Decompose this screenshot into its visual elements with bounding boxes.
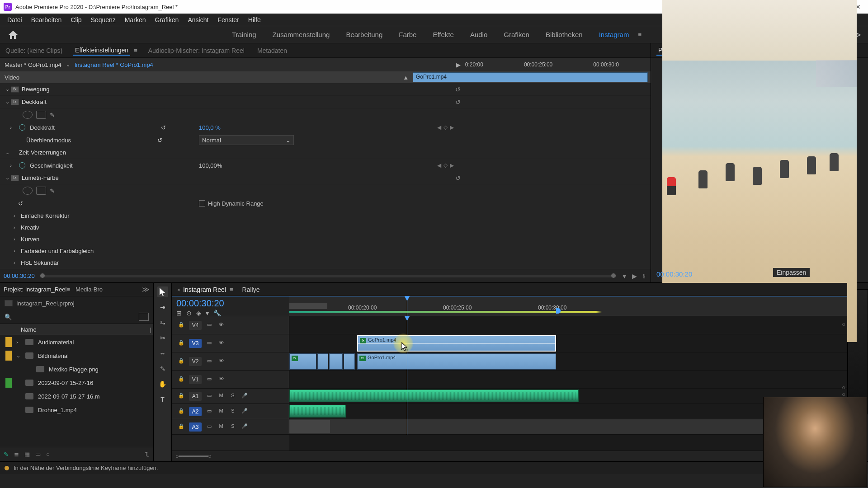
list-item[interactable]: 2022-09-07 15-27-16.m — [0, 389, 153, 403]
pen-icon[interactable]: ✎ — [4, 451, 9, 458]
timeline-tab-rallye[interactable]: Rallye — [241, 285, 261, 295]
reset-icon[interactable]: ↺ — [455, 174, 461, 182]
program-viewport[interactable]: 00:00:30:20 Einpassen — [651, 58, 868, 282]
panel-menu-icon[interactable]: ≡ — [230, 286, 233, 293]
type-tool[interactable]: T — [157, 394, 168, 405]
audio-clip-a3[interactable] — [289, 420, 330, 433]
reset-icon[interactable]: ↺ — [161, 124, 166, 131]
reset-icon[interactable]: ↺ — [157, 137, 162, 144]
lumetri-sub[interactable]: ›Farbräder und Farbabgleich — [0, 245, 651, 257]
lumetri-sub[interactable]: ›Kurven — [0, 233, 651, 245]
tab-quelle[interactable]: Quelle: (keine Clips) — [4, 46, 64, 55]
menu-marken[interactable]: Marken — [120, 14, 151, 25]
razor-tool[interactable]: ✂ — [157, 333, 168, 343]
track-v3[interactable]: 🔒V3▭👁 — [172, 334, 289, 352]
workspace-instagram[interactable]: Instagram — [597, 28, 631, 41]
sequence-clip-label[interactable]: Instagram Reel * GoPro1.mp4 — [75, 61, 153, 68]
lumetri-sub[interactable]: ›Kreativ — [0, 221, 651, 233]
pen-tool[interactable]: ✎ — [157, 363, 168, 374]
panel-menu-icon[interactable]: ≡ — [66, 286, 70, 293]
home-icon[interactable] — [5, 26, 22, 43]
opacity-value[interactable]: 100,0 % — [199, 124, 221, 131]
filter-icon[interactable]: ▼ — [621, 272, 627, 280]
settings-icon[interactable]: ▾ — [206, 310, 209, 317]
workspace-training[interactable]: Training — [230, 28, 258, 41]
zoom-scrubber[interactable]: ○━━━━━━━━○ — [175, 453, 212, 460]
search-icon[interactable]: 🔍 — [5, 314, 12, 320]
workspace-menu-icon[interactable]: ≡ — [638, 31, 642, 38]
track-a2[interactable]: 🔒A2▭MS🎤 — [172, 404, 289, 419]
timeline-tab-instagram[interactable]: ×Instagram Reel — [176, 285, 227, 295]
effect-bewegung[interactable]: ⌄fx Bewegung ↺ — [0, 83, 651, 96]
menu-datei[interactable]: Datei — [3, 14, 27, 25]
track-a1[interactable]: 🔒A1▭MS🎤 — [172, 389, 289, 404]
speed-value[interactable]: 100,00% — [199, 162, 222, 169]
project-tab[interactable]: Projekt: Instagram_Reel — [4, 286, 66, 293]
ellipse-mask-icon[interactable] — [23, 187, 33, 195]
reset-icon[interactable]: ↺ — [18, 200, 23, 207]
clip-v2-a[interactable]: fx — [289, 353, 316, 370]
effect-lumetri[interactable]: ⌄fx Lumetri-Farbe ↺ — [0, 172, 651, 184]
ellipse-mask-icon[interactable] — [23, 111, 33, 119]
lumetri-sub[interactable]: ›Einfache Korrektur — [0, 210, 651, 221]
wrench-icon[interactable]: 🔧 — [213, 310, 221, 317]
marker-icon[interactable]: ◈ — [196, 310, 201, 317]
lumetri-sub[interactable]: ›HSL Sekundär — [0, 257, 651, 268]
program-zoom-select[interactable]: Einpassen — [773, 268, 810, 277]
workspace-effekte[interactable]: Effekte — [431, 28, 455, 41]
sort-icon[interactable]: ⇅ — [145, 451, 150, 458]
workspace-grafiken[interactable]: Grafiken — [502, 28, 531, 41]
play-only-icon[interactable]: ▶ — [632, 272, 637, 280]
menu-clip[interactable]: Clip — [66, 14, 86, 25]
clip-dropdown-icon[interactable]: ⌄ — [66, 62, 70, 68]
rect-mask-icon[interactable] — [36, 111, 46, 119]
track-a3[interactable]: 🔒A3▭MS🎤 — [172, 419, 289, 435]
menu-ansicht[interactable]: Ansicht — [183, 14, 213, 25]
effect-zeit[interactable]: ⌄ Zeit-Verzerrungen — [0, 146, 651, 159]
list-item[interactable]: ⌄ Bildmaterial — [0, 349, 153, 362]
clip-v3-gopro1[interactable]: fxGoPro1.mp4 — [357, 335, 556, 352]
workspace-farbe[interactable]: Farbe — [397, 28, 418, 41]
track-v1[interactable]: 🔒V1▭👁 — [172, 371, 289, 389]
stopwatch-icon[interactable] — [19, 162, 25, 169]
reset-icon[interactable]: ↺ — [455, 99, 461, 106]
menu-bearbeiten[interactable]: Bearbeiten — [27, 14, 66, 25]
track-v4[interactable]: 🔒V4▭👁 — [172, 316, 289, 334]
column-name[interactable]: Name — [21, 326, 37, 333]
rect-mask-icon[interactable] — [36, 187, 46, 195]
media-browser-tab[interactable]: Media-Bro — [75, 286, 103, 293]
workspace-zusammenstellung[interactable]: Zusammenstellung — [271, 28, 332, 41]
clip-v2-c[interactable] — [329, 353, 343, 370]
tab-effekteinstellungen[interactable]: Effekteinstellungen — [73, 46, 130, 56]
hdr-checkbox[interactable] — [199, 200, 205, 206]
effect-zoom-scrubber[interactable] — [40, 275, 616, 277]
hand-tool[interactable]: ✋ — [157, 379, 168, 389]
tab-metadaten[interactable]: Metadaten — [255, 46, 289, 55]
workspace-bearbeitung[interactable]: Bearbeitung — [344, 28, 384, 41]
list-item[interactable]: 2022-09-07 15-27-16 — [0, 376, 153, 389]
pen-mask-icon[interactable]: ✎ — [50, 188, 55, 194]
list-item[interactable]: Mexiko Flagge.png — [0, 362, 153, 376]
mini-timeline-clip[interactable]: GoPro1.mp4 — [413, 72, 648, 82]
menu-grafiken[interactable]: Grafiken — [151, 14, 184, 25]
effect-current-time[interactable]: 00:00:30:20 — [4, 272, 35, 279]
blend-mode-select[interactable]: Normal⌄ — [199, 135, 294, 145]
export-icon[interactable]: ⇪ — [642, 272, 647, 280]
clip-v2-b[interactable] — [317, 353, 328, 370]
stopwatch-icon[interactable] — [19, 124, 25, 131]
selection-tool[interactable] — [157, 286, 168, 297]
clip-v2-gopro1[interactable]: fxGoPro1.mp4 — [357, 353, 556, 370]
workspace-bibliotheken[interactable]: Bibliotheken — [544, 28, 585, 41]
master-clip-label[interactable]: Master * GoPro1.mp4 — [5, 61, 61, 68]
timeline-ruler[interactable]: 00:00:20:00 00:00:25:00 00:00:30:00 — [289, 296, 847, 316]
pen-mask-icon[interactable]: ✎ — [50, 112, 55, 118]
freeform-icon[interactable]: ▭ — [35, 451, 41, 458]
tab-audio-mixer[interactable]: Audioclip-Mischer: Instagram Reel — [146, 46, 246, 55]
workspace-audio[interactable]: Audio — [468, 28, 489, 41]
zoom-slider[interactable]: ○ — [46, 451, 50, 458]
audio-clip-a2[interactable] — [289, 405, 346, 418]
menu-sequenz[interactable]: Sequenz — [86, 14, 120, 25]
panel-overflow-icon[interactable]: ≫ — [142, 285, 150, 294]
ripple-tool[interactable]: ⇆ — [157, 317, 168, 328]
close-icon[interactable]: × — [177, 287, 180, 293]
